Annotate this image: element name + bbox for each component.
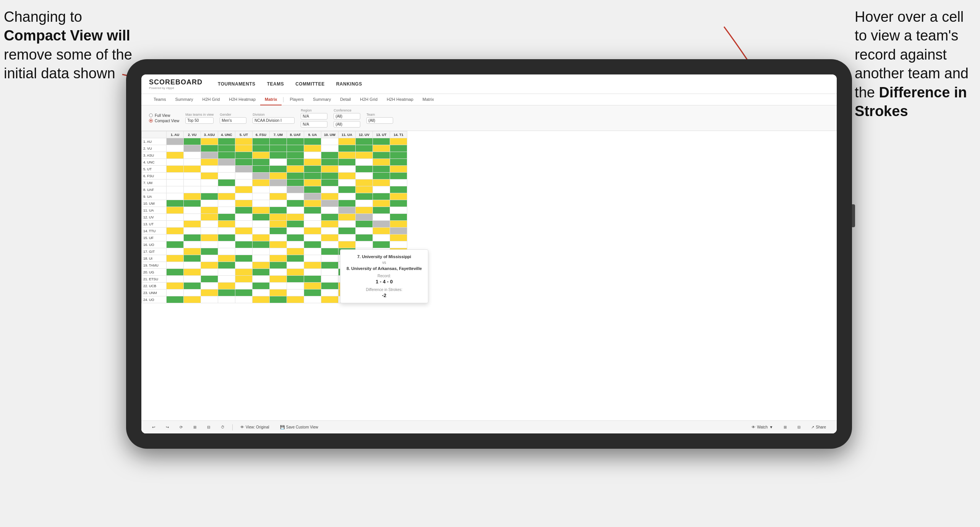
matrix-cell[interactable] — [184, 228, 201, 234]
matrix-cell[interactable] — [253, 248, 270, 255]
matrix-cell[interactable] — [287, 234, 304, 241]
subnav-h2h-heatmap-2[interactable]: H2H Heatmap — [382, 94, 418, 105]
matrix-cell[interactable] — [270, 255, 287, 262]
matrix-cell[interactable] — [339, 173, 356, 179]
matrix-cell[interactable] — [287, 138, 304, 145]
max-teams-select[interactable]: Top 50 — [185, 117, 214, 124]
matrix-cell[interactable] — [304, 159, 321, 166]
matrix-cell[interactable] — [390, 166, 407, 173]
matrix-cell[interactable] — [235, 241, 253, 248]
matrix-cell[interactable] — [287, 228, 304, 234]
matrix-cell[interactable] — [235, 262, 253, 269]
matrix-cell[interactable] — [167, 173, 184, 179]
subnav-summary-1[interactable]: Summary — [170, 94, 198, 105]
refresh-button[interactable]: ⟳ — [177, 424, 186, 430]
matrix-cell[interactable] — [253, 179, 270, 186]
team-select[interactable]: (All) — [366, 117, 393, 124]
matrix-cell[interactable] — [253, 269, 270, 276]
matrix-cell[interactable] — [270, 166, 287, 173]
subnav-detail[interactable]: Detail — [335, 94, 355, 105]
matrix-cell[interactable] — [253, 221, 270, 228]
matrix-cell[interactable] — [253, 145, 270, 152]
matrix-cell[interactable] — [321, 241, 339, 248]
matrix-cell[interactable] — [270, 200, 287, 207]
matrix-cell[interactable] — [304, 228, 321, 234]
matrix-cell[interactable] — [373, 179, 390, 186]
matrix-cell[interactable] — [218, 152, 235, 159]
matrix-cell[interactable] — [184, 166, 201, 173]
matrix-cell[interactable] — [270, 221, 287, 228]
matrix-cell[interactable] — [270, 296, 287, 303]
matrix-cell[interactable] — [356, 179, 373, 186]
matrix-cell[interactable] — [390, 138, 407, 145]
matrix-cell[interactable] — [304, 262, 321, 269]
grid-layout-button[interactable]: ⊟ — [794, 424, 803, 430]
matrix-cell[interactable] — [184, 214, 201, 221]
matrix-cell[interactable] — [218, 262, 235, 269]
matrix-cell[interactable] — [235, 159, 253, 166]
nav-teams[interactable]: TEAMS — [267, 80, 284, 88]
matrix-cell[interactable] — [167, 166, 184, 173]
matrix-cell[interactable] — [321, 276, 339, 283]
matrix-cell[interactable] — [167, 221, 184, 228]
matrix-cell[interactable] — [373, 145, 390, 152]
matrix-cell[interactable] — [390, 234, 407, 241]
matrix-cell[interactable] — [235, 248, 253, 255]
matrix-cell[interactable] — [218, 228, 235, 234]
matrix-cell[interactable] — [167, 159, 184, 166]
matrix-cell[interactable] — [373, 228, 390, 234]
matrix-cell[interactable] — [321, 200, 339, 207]
matrix-cell[interactable] — [235, 296, 253, 303]
matrix-cell[interactable] — [167, 179, 184, 186]
matrix-cell[interactable] — [184, 255, 201, 262]
matrix-cell[interactable] — [201, 152, 218, 159]
matrix-cell[interactable] — [270, 179, 287, 186]
matrix-cell[interactable] — [235, 221, 253, 228]
matrix-cell[interactable] — [304, 214, 321, 221]
matrix-cell[interactable] — [304, 241, 321, 248]
matrix-cell[interactable] — [167, 152, 184, 159]
subnav-players[interactable]: Players — [285, 94, 308, 105]
matrix-cell[interactable] — [218, 138, 235, 145]
matrix-cell[interactable] — [167, 248, 184, 255]
matrix-cell[interactable] — [321, 248, 339, 255]
matrix-cell[interactable] — [201, 166, 218, 173]
matrix-cell[interactable] — [235, 173, 253, 179]
matrix-cell[interactable] — [304, 255, 321, 262]
matrix-cell[interactable] — [373, 214, 390, 221]
matrix-cell[interactable] — [253, 207, 270, 214]
matrix-cell[interactable] — [321, 173, 339, 179]
matrix-cell[interactable] — [201, 234, 218, 241]
matrix-cell[interactable] — [321, 138, 339, 145]
matrix-cell[interactable] — [270, 248, 287, 255]
matrix-cell[interactable] — [167, 234, 184, 241]
subnav-matrix-2[interactable]: Matrix — [418, 94, 439, 105]
matrix-cell[interactable] — [339, 186, 356, 193]
matrix-cell[interactable] — [201, 193, 218, 200]
matrix-cell[interactable] — [235, 145, 253, 152]
matrix-cell[interactable] — [356, 234, 373, 241]
matrix-cell[interactable] — [287, 269, 304, 276]
matrix-cell[interactable] — [235, 179, 253, 186]
matrix-cell[interactable] — [201, 289, 218, 296]
matrix-cell[interactable] — [184, 269, 201, 276]
matrix-cell[interactable] — [218, 207, 235, 214]
matrix-cell[interactable] — [339, 145, 356, 152]
matrix-cell[interactable] — [339, 159, 356, 166]
matrix-cell[interactable] — [201, 228, 218, 234]
layout-button[interactable]: ⊟ — [204, 424, 213, 430]
matrix-cell[interactable] — [390, 228, 407, 234]
nav-rankings[interactable]: RANKINGS — [336, 80, 362, 88]
region-select-2[interactable]: N/A — [301, 121, 327, 128]
matrix-cell[interactable] — [287, 248, 304, 255]
matrix-cell[interactable] — [304, 138, 321, 145]
matrix-cell[interactable] — [287, 207, 304, 214]
matrix-cell[interactable] — [304, 276, 321, 283]
matrix-cell[interactable] — [201, 296, 218, 303]
matrix-cell[interactable] — [270, 159, 287, 166]
matrix-cell[interactable] — [253, 166, 270, 173]
matrix-cell[interactable] — [287, 193, 304, 200]
matrix-cell[interactable] — [235, 138, 253, 145]
matrix-cell[interactable] — [287, 152, 304, 159]
matrix-cell[interactable] — [287, 214, 304, 221]
